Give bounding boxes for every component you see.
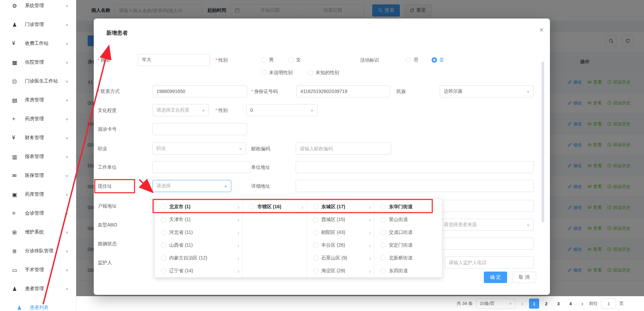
page-number-button[interactable]: 1 xyxy=(529,299,539,309)
current-address-select[interactable]: 请选择∧ xyxy=(152,180,231,192)
work-unit-input[interactable] xyxy=(152,161,250,173)
name-input[interactable] xyxy=(138,54,210,66)
cascader-option[interactable]: 北新桥街道 xyxy=(374,252,442,265)
cascader-option[interactable]: 西城区 (15) › xyxy=(307,213,374,226)
cascader-option[interactable]: 河北省 (11) › xyxy=(155,226,242,239)
cascader-option[interactable]: 天津市 (1) › xyxy=(155,213,242,226)
radio-icon xyxy=(380,268,386,274)
radio-icon xyxy=(313,268,318,274)
gender-radio-female[interactable]: 女 xyxy=(288,57,301,63)
cascader-option[interactable]: 景山街道 xyxy=(374,213,442,226)
visit-card-input[interactable] xyxy=(152,123,247,135)
patient-source-select[interactable]: 请选择患者来源∨ xyxy=(440,219,534,231)
gender-radio-unknown[interactable]: 未知的性别 xyxy=(308,69,339,76)
app-root: ⚙ 系统管理 ∨ ♟ 门诊管理 ∨ ¥ 收费工作站 ∨ ▦ xyxy=(0,0,644,311)
page-number-button[interactable]: 2 xyxy=(541,299,551,309)
consultation-icon: ≡ xyxy=(12,210,21,216)
page-size-select[interactable]: 10条/页 ∨ xyxy=(476,299,516,309)
active-flag-radio-no[interactable]: 否 xyxy=(406,57,418,63)
education-label: 文化程度 xyxy=(98,107,117,114)
cascader-option[interactable]: 安定门街道 xyxy=(374,239,442,252)
radio-icon xyxy=(313,217,318,222)
sidebar-item[interactable]: ✉ 医保管理 ∨ xyxy=(0,166,76,185)
education-select[interactable]: 请选择文化程度∨ xyxy=(152,104,209,116)
sidebar-item[interactable]: + 药房管理 ∨ xyxy=(0,110,76,128)
radio-icon xyxy=(313,243,318,248)
chevron-right-icon: › xyxy=(237,255,239,261)
prev-page-button[interactable]: ‹ xyxy=(519,300,526,307)
sidebar-item[interactable]: ♟ 门诊管理 ∨ xyxy=(0,15,76,34)
contact-input[interactable] xyxy=(152,85,247,97)
blood-type-label: 血型ABO xyxy=(98,221,117,228)
gender-code-select[interactable]: 0∨ xyxy=(246,104,318,116)
cascader-option[interactable]: 石景山区 (9) › xyxy=(307,252,374,265)
chevron-right-icon: › xyxy=(369,204,371,210)
cascader-option[interactable]: 交道口街道 xyxy=(374,226,442,239)
id-number-input[interactable] xyxy=(296,85,390,97)
pharmacy-icon: + xyxy=(12,116,21,122)
chevron-down-icon: ∨ xyxy=(65,136,68,139)
occupation-select[interactable]: 职业∨ xyxy=(152,143,246,155)
chevron-down-icon: ∨ xyxy=(65,155,68,158)
chevron-right-icon: › xyxy=(369,268,371,274)
sidebar-item[interactable]: ¥ 收费工作站 ∨ xyxy=(0,34,76,53)
dialog-scrollbar[interactable] xyxy=(541,62,544,222)
sidebar-item[interactable]: ≡ 会诊管理 ∨ xyxy=(0,204,76,223)
sidebar-item-patient-list[interactable]: ♟ 患者列表 xyxy=(0,298,76,311)
radio-icon xyxy=(380,217,386,222)
page-number-button[interactable]: 3 xyxy=(553,299,563,309)
sidebar-item[interactable]: ▭ 手术管理 ∨ xyxy=(0,260,76,279)
sidebar-item[interactable]: ▤ 库房管理 ∨ xyxy=(0,91,76,110)
unit-address-input[interactable] xyxy=(296,161,534,173)
sidebar-item[interactable]: ▦ 住院管理 ∨ xyxy=(0,53,76,72)
cascader-option[interactable]: 海淀区 (29) › xyxy=(307,265,374,277)
detail-address-input[interactable] xyxy=(296,180,534,192)
cascader-option[interactable]: 北京市 (1) › xyxy=(155,200,242,213)
cascader-option[interactable]: 山西省 (11) › xyxy=(155,239,242,252)
cascader-option[interactable]: 丰台区 (26) › xyxy=(307,239,374,252)
required-mark: * xyxy=(98,57,99,63)
sidebar-item-label: 药库管理 xyxy=(25,191,44,197)
cancel-button[interactable]: 取 消 xyxy=(512,272,536,283)
cascader-option[interactable]: 东四街道 xyxy=(374,265,442,277)
close-icon[interactable]: × xyxy=(536,25,547,35)
page-number-button[interactable]: 4 xyxy=(565,299,576,309)
triage-queue-icon: ≣ xyxy=(12,248,21,254)
sidebar-item[interactable]: ♟ 患者管理 ∧ xyxy=(0,279,76,298)
sidebar-item-label: 会诊管理 xyxy=(25,210,44,216)
cascader-option[interactable]: 东华门街道 xyxy=(374,200,442,213)
cascader-option[interactable]: 市辖区 (16) › xyxy=(243,200,306,213)
gear-icon: ⚙ xyxy=(12,3,21,9)
sidebar-item[interactable]: ▣ 药库管理 ∨ xyxy=(0,185,76,204)
sidebar-item[interactable]: ≣ 分诊排队管理 ∨ xyxy=(0,242,76,260)
sidebar-item-label: 库房管理 xyxy=(25,97,44,103)
postal-code-input[interactable] xyxy=(296,143,391,155)
gender-radio-unspecified[interactable]: 未说明性别 xyxy=(261,69,293,76)
cascader-option[interactable]: 东城区 (17) › xyxy=(307,200,374,213)
cascader-option[interactable]: 朝阳区 (43) › xyxy=(307,226,374,239)
sidebar-item[interactable]: ⊡ 门诊医生工作站 ∨ xyxy=(0,72,76,91)
chevron-down-icon: ∨ xyxy=(239,147,242,150)
radio-icon xyxy=(161,230,166,235)
sidebar-item[interactable]: ▥ 报表管理 ∨ xyxy=(0,147,76,166)
radio-icon xyxy=(313,204,318,210)
ethnicity-select[interactable]: 达斡尔族∨ xyxy=(440,85,534,97)
radio-icon xyxy=(249,204,254,210)
goto-page-input[interactable] xyxy=(601,299,616,309)
active-flag-radio-yes[interactable]: 是 xyxy=(432,57,444,63)
chevron-down-icon: ∨ xyxy=(65,23,68,26)
sidebar-item[interactable]: ⚙ 系统管理 ∨ xyxy=(0,0,76,15)
next-page-button[interactable]: › xyxy=(579,300,586,307)
radio-icon xyxy=(313,255,318,261)
cascader-option[interactable]: 辽宁省 (14) › xyxy=(155,265,242,277)
sidebar-item[interactable]: ¥ 财务管理 ∨ xyxy=(0,128,76,147)
cascader-option[interactable]: 内蒙古自治区 (12) › xyxy=(155,252,242,265)
confirm-button[interactable]: 确 定 xyxy=(484,272,507,283)
gender-radio-male[interactable]: 男 xyxy=(261,57,274,63)
drug-storage-icon: ▣ xyxy=(12,191,21,198)
guardian-phone-input[interactable] xyxy=(445,256,534,269)
visit-card-label: 就诊卡号 xyxy=(98,126,117,132)
sidebar-item[interactable]: ⊞ 维护系统 ∨ xyxy=(0,223,76,242)
detail-address-label: 详细地址 xyxy=(251,183,270,189)
chevron-down-icon: ∨ xyxy=(65,230,68,234)
